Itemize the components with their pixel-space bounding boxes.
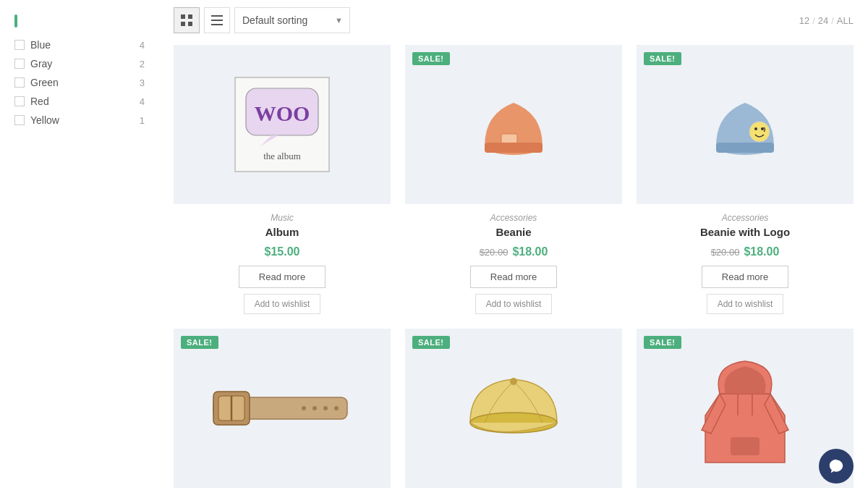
view-12[interactable]: 12 [799,15,809,26]
svg-rect-0 [181,14,185,19]
price-old: $20.00 [711,247,740,258]
svg-point-27 [334,406,339,410]
product-image: SALE! [405,329,622,488]
sale-badge: SALE! [181,336,218,349]
product-card: SALE! Accessories Belt $65.00$55.00 Read… [174,329,391,498]
filter-item: Gray 2 [14,58,145,69]
svg-text:WOO: WOO [255,101,310,125]
read-more-button[interactable]: Read more [239,266,326,288]
read-more-button[interactable]: Read more [702,266,788,288]
filter-item: Red 4 [14,96,145,107]
svg-rect-1 [188,14,192,19]
filter-count: 4 [140,40,145,51]
filter-label: Gray [30,58,52,69]
svg-text:the album: the album [263,151,301,161]
product-card: SALE! Accessories Beanie with Logo $20.0… [637,45,854,314]
product-actions: Read more Add to wishlist [405,266,622,314]
filter-count: 4 [140,96,145,107]
filter-title [14,14,145,28]
add-to-wishlist-button[interactable]: Add to wishlist [244,294,321,314]
svg-point-25 [312,406,317,410]
product-name: Beanie [405,226,622,238]
svg-rect-5 [211,20,223,21]
price-current: $18.00 [512,245,548,258]
sidebar: Blue 4 Gray 2 Green 3 Red 4 Yellow 1 [0,0,159,498]
chat-button[interactable] [819,449,854,484]
filter-item: Blue 4 [14,39,145,51]
product-card: SALE! Accessories Cap $18.00$16.00 Read … [405,329,622,498]
view-24[interactable]: 24 [818,15,828,26]
product-category: Music [174,213,391,223]
filter-checkbox-gray[interactable] [14,59,25,69]
sale-badge: SALE! [412,336,450,349]
svg-rect-2 [181,22,185,26]
product-image: SALE! [174,329,391,488]
product-grid: WOO the album Music Album $15.00 Read mo… [174,45,854,498]
product-actions: Read more Add to wishlist [637,266,854,314]
product-category: Accessories [637,213,854,223]
product-price: $20.00$18.00 [405,245,622,258]
product-image: SALE! [637,45,854,204]
price-current: $18.00 [744,245,779,258]
product-image: WOO the album [174,45,391,204]
svg-rect-4 [211,15,223,17]
svg-rect-30 [731,437,760,455]
read-more-button[interactable]: Read more [470,266,557,288]
filter-count: 2 [140,59,145,69]
svg-rect-6 [211,24,223,25]
product-price: $15.00 [174,245,391,258]
filter-item: Yellow 1 [14,114,145,126]
svg-point-18 [754,127,757,130]
svg-point-24 [302,406,306,410]
product-actions: Read more Add to wishlist [174,266,391,314]
filter-checkbox-blue[interactable] [14,40,25,50]
filter-label: Red [30,96,49,107]
svg-point-19 [761,127,764,130]
filter-label: Blue [30,39,51,51]
filter-count: 3 [140,77,145,88]
add-to-wishlist-button[interactable]: Add to wishlist [475,294,553,314]
svg-point-17 [749,122,770,142]
filter-checkbox-red[interactable] [14,96,25,106]
toolbar-left: Default sorting ▼ [174,7,350,33]
sort-wrapper: Default sorting ▼ [234,7,350,33]
product-price: $20.00$18.00 [637,245,854,258]
product-card: WOO the album Music Album $15.00 Read mo… [174,45,391,314]
filter-count: 1 [140,115,145,126]
main-content: Default sorting ▼ 12 / 24 / ALL [159,0,868,498]
svg-rect-3 [188,22,192,26]
svg-rect-16 [716,143,774,153]
sale-badge: SALE! [644,336,681,349]
toolbar: Default sorting ▼ 12 / 24 / ALL [174,7,854,33]
view-all[interactable]: ALL [837,15,854,26]
filter-checkbox-green[interactable] [14,77,25,88]
grid-view-button[interactable] [174,7,200,33]
svg-point-26 [323,406,328,410]
view-options: 12 / 24 / ALL [793,15,854,26]
product-name: Beanie with Logo [637,226,854,238]
product-card: SALE! Accessories Beanie $20.00$18.00 Re… [405,45,622,314]
sort-select[interactable]: Default sorting [234,7,350,33]
price-current: $15.00 [265,245,300,258]
sale-badge: SALE! [412,52,450,65]
price-old: $20.00 [480,247,509,258]
list-view-button[interactable] [204,7,230,33]
filter-item: Green 3 [14,77,145,88]
product-image: SALE! [405,45,622,204]
product-name: Album [174,226,391,238]
svg-rect-14 [485,143,542,153]
filter-checkbox-yellow[interactable] [14,115,25,125]
filter-label: Green [30,77,59,88]
add-to-wishlist-button[interactable]: Add to wishlist [707,294,784,314]
product-category: Accessories [405,213,622,223]
sale-badge: SALE! [644,52,681,65]
filter-label: Yellow [30,114,59,126]
